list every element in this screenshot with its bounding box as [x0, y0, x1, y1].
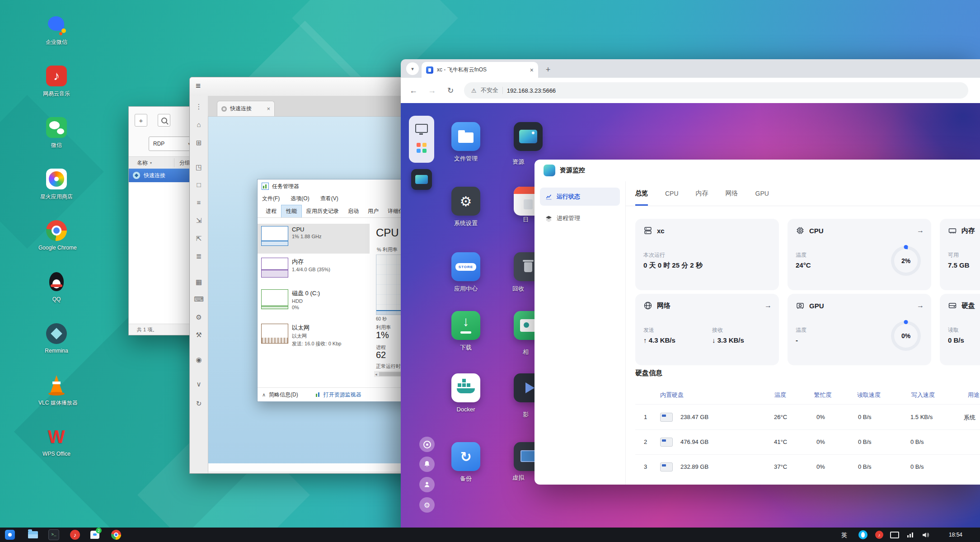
dock-running-app-resource-monitor[interactable]: [411, 169, 432, 190]
tab-close-icon[interactable]: ×: [530, 66, 534, 74]
tab-overview[interactable]: 总览: [635, 181, 648, 206]
security-warning-icon[interactable]: ⚠: [471, 87, 477, 94]
desktop-icon-netease-music[interactable]: ♪ 网易云音乐: [38, 64, 75, 98]
tab-cpu[interactable]: CPU: [665, 181, 679, 206]
new-tab-button[interactable]: +: [542, 63, 554, 76]
file-manager-taskbar-button[interactable]: [28, 529, 38, 540]
new-connection-button[interactable]: +: [135, 114, 147, 127]
tab-close-icon[interactable]: ×: [267, 105, 270, 112]
perf-item-memory[interactable]: 内存 1.4/4.0 GB (35%): [258, 255, 370, 285]
perf-item-disk[interactable]: 磁盘 0 (C:) HDD 0%: [258, 287, 370, 320]
dock-settings-button[interactable]: ⚙: [419, 497, 435, 513]
scroll-left-icon[interactable]: ◂: [374, 372, 377, 377]
tab-app-history[interactable]: 应用历史记录: [302, 205, 343, 217]
qq-tray-icon[interactable]: [858, 529, 868, 540]
refresh-icon[interactable]: ↻: [190, 400, 208, 408]
app-downloads[interactable]: ↓ 下载: [451, 311, 480, 352]
session-tab[interactable]: 快速连接 ×: [217, 101, 275, 116]
start-menu-button[interactable]: [5, 529, 15, 540]
multi-monitor-icon[interactable]: ▦: [190, 278, 208, 286]
tab-performance[interactable]: 性能: [281, 205, 302, 217]
volume-tray-icon[interactable]: [920, 529, 931, 540]
view-lines-icon[interactable]: ≣: [190, 252, 208, 260]
memory-card[interactable]: 内存 可用 7.5 GB: [940, 219, 980, 290]
app-backup[interactable]: ↻ 备份: [451, 442, 480, 483]
resolution-icon[interactable]: ◳: [190, 163, 208, 171]
virtual-desktop-button[interactable]: [413, 120, 430, 137]
app-file-manager[interactable]: 文件管理: [451, 122, 480, 163]
scale-up-icon[interactable]: ⇱: [190, 235, 208, 243]
new-window-icon[interactable]: ⊞: [190, 139, 208, 147]
tab-gpu[interactable]: GPU: [755, 181, 769, 206]
search-button[interactable]: [158, 114, 170, 127]
desktop-icon-qq[interactable]: QQ: [38, 270, 75, 302]
arrow-right-icon[interactable]: →: [764, 302, 772, 310]
desktop-icon-vlc[interactable]: VLC 媒体播放器: [38, 373, 75, 407]
arrow-right-icon[interactable]: →: [917, 226, 924, 235]
app-app-center[interactable]: STORE 应用中心: [451, 252, 480, 293]
menu-file[interactable]: 文件(F): [262, 195, 280, 203]
preferences-icon[interactable]: ⚙: [190, 313, 208, 321]
chat-taskbar-button[interactable]: 2: [89, 529, 100, 540]
protocol-dropdown[interactable]: RDP ▾: [149, 137, 195, 151]
dock-user-button[interactable]: [419, 477, 435, 492]
less-details-button[interactable]: 简略信息(D): [269, 391, 298, 399]
home-icon[interactable]: ⌂: [190, 121, 208, 128]
desktop-icon-chrome[interactable]: Google Chrome: [38, 219, 75, 251]
tab-network[interactable]: 网络: [726, 181, 738, 206]
clock[interactable]: 18:54: [949, 532, 962, 538]
tab-search-button[interactable]: ▾: [406, 62, 419, 75]
menu-view[interactable]: 查看(V): [320, 195, 338, 203]
arrow-right-icon[interactable]: →: [917, 302, 924, 310]
menu-options[interactable]: 选项(O): [291, 195, 309, 203]
wecom-tray-icon[interactable]: ♪: [874, 529, 885, 540]
tab-startup[interactable]: 启动: [343, 205, 363, 217]
scaled-mode-icon[interactable]: ≡: [190, 198, 208, 206]
desktop-icon-wechat[interactable]: 微信: [38, 116, 75, 149]
input-method-indicator[interactable]: 英: [841, 531, 847, 539]
screenshot-icon[interactable]: ◉: [190, 356, 208, 364]
back-button[interactable]: ←: [407, 84, 420, 97]
hamburger-menu-icon[interactable]: ≡: [196, 81, 201, 91]
forward-button[interactable]: →: [426, 84, 438, 97]
kebab-menu-icon[interactable]: ⋮: [190, 103, 208, 111]
desktop-icon-spark-store[interactable]: 星火应用商店: [38, 167, 75, 201]
desktop-icon-wecom[interactable]: 企业微信: [38, 13, 75, 46]
perf-item-cpu[interactable]: CPU 1% 1.88 GHz: [258, 224, 370, 254]
desktop-icon-wps[interactable]: W WPS Office: [38, 425, 75, 457]
collapse-icon[interactable]: ∨: [190, 380, 208, 388]
display-tray-icon[interactable]: [889, 529, 900, 540]
tools-icon[interactable]: ⚒: [190, 331, 208, 339]
tab-users[interactable]: 用户: [363, 205, 383, 217]
tab-memory[interactable]: 内存: [696, 181, 708, 206]
app-launcher-grid-icon[interactable]: [417, 143, 427, 153]
address-bar[interactable]: ⚠ 不安全 192.168.3.23:5666: [464, 82, 968, 99]
keyboard-icon[interactable]: ⌨: [190, 295, 208, 303]
sidebar-item-process-manager[interactable]: 进程管理: [540, 209, 620, 227]
host-card[interactable]: xc 本次运行 0 天 0 时 25 分 2 秒: [635, 219, 779, 290]
chrome-taskbar-button[interactable]: [111, 529, 122, 540]
network-tray-icon[interactable]: [905, 529, 915, 540]
terminal-taskbar-button[interactable]: >_: [48, 529, 59, 540]
perf-item-ethernet[interactable]: 以太网 以太网 发送: 16.0 接收: 0 Kbp: [258, 321, 370, 354]
dock-find-button[interactable]: [419, 437, 435, 452]
reload-button[interactable]: ↻: [444, 84, 457, 97]
column-name[interactable]: 名称: [129, 159, 148, 167]
browser-tab[interactable]: xc - 飞牛私有云fnOS ×: [422, 62, 538, 78]
netease-music-taskbar-button[interactable]: ♪: [70, 529, 80, 540]
desktop-icon-remmina[interactable]: Remmina: [38, 322, 75, 354]
gpu-card[interactable]: GPU → 温度 - 0%: [788, 294, 931, 365]
app-resource-monitor[interactable]: [514, 122, 543, 151]
open-resource-monitor-link[interactable]: 打开资源监视器: [324, 391, 361, 399]
network-card[interactable]: 网络 → 发送 ↑ 4.3 KB/s 接收 ↓ 3.3 KB/s: [635, 294, 779, 365]
cpu-card[interactable]: CPU → 温度 24°C 2%: [788, 219, 931, 290]
column-group[interactable]: 分组: [179, 159, 190, 167]
fullscreen-icon[interactable]: □: [190, 181, 208, 189]
scale-down-icon[interactable]: ⇲: [190, 217, 208, 225]
tab-processes[interactable]: 进程: [261, 205, 281, 217]
disk-card[interactable]: 硬盘 读取 0 B/s: [940, 294, 980, 365]
dock-notifications-button[interactable]: [419, 457, 435, 472]
app-system-settings[interactable]: ⚙ 系统设置: [451, 187, 480, 227]
sidebar-item-running-status[interactable]: 运行状态: [540, 188, 620, 206]
app-docker[interactable]: Docker: [451, 373, 480, 413]
